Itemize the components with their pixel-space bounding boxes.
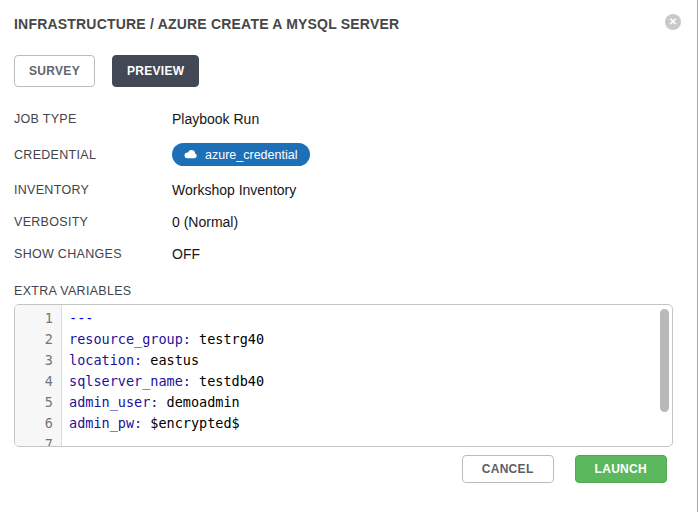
line-number: 6 [15,413,61,434]
code-line: admin_pw$encrypted$ [69,413,672,434]
detail-row-credential: CREDENTIAL azure_credential [14,143,697,166]
detail-row-job-type: JOB TYPE Playbook Run [14,111,697,127]
line-number: 4 [15,371,61,392]
code-line: --- [69,308,672,329]
job-type-label: JOB TYPE [14,112,172,126]
code-line: sqlserver_nametestdb40 [69,371,672,392]
code-line: resource_grouptestrg40 [69,329,672,350]
modal-title: INFRASTRUCTURE / AZURE CREATE A MYSQL SE… [14,14,399,32]
code-line: admin_userdemoadmin [69,392,672,413]
yaml-key: admin_user [69,394,167,410]
yaml-value: testrg40 [199,331,264,347]
line-number: 5 [15,392,61,413]
detail-row-verbosity: VERBOSITY 0 (Normal) [14,214,697,230]
editor-scrollbar-thumb[interactable] [660,309,669,412]
verbosity-label: VERBOSITY [14,215,172,229]
launch-preview-modal: INFRASTRUCTURE / AZURE CREATE A MYSQL SE… [0,0,697,512]
yaml-value: $encrypted$ [150,415,239,431]
launch-button[interactable]: LAUNCH [575,455,667,483]
show-changes-label: SHOW CHANGES [14,247,172,261]
tab-bar: SURVEY PREVIEW [14,55,697,87]
job-type-value: Playbook Run [172,111,259,127]
yaml-doc-separator: --- [69,310,93,326]
credential-badge[interactable]: azure_credential [172,143,310,166]
code-scroll-area: 1 2 3 4 5 6 7 --- resource_grouptestrg40… [15,305,672,446]
extra-variables-editor[interactable]: 1 2 3 4 5 6 7 --- resource_grouptestrg40… [14,304,673,447]
extra-variables-label: EXTRA VARIABLES [14,284,697,298]
line-number: 1 [15,308,61,329]
credential-label: CREDENTIAL [14,148,172,162]
yaml-key: resource_group [69,331,199,347]
yaml-value: demoadmin [167,394,240,410]
cloud-icon [183,149,198,160]
line-number: 3 [15,350,61,371]
inventory-label: INVENTORY [14,183,172,197]
line-number: 2 [15,329,61,350]
verbosity-value: 0 (Normal) [172,214,238,230]
yaml-key: location [69,352,150,368]
modal-header: INFRASTRUCTURE / AZURE CREATE A MYSQL SE… [0,0,697,32]
cancel-button[interactable]: CANCEL [462,455,554,483]
job-details: JOB TYPE Playbook Run CREDENTIAL azure_c… [14,111,697,262]
yaml-key: sqlserver_name [69,373,199,389]
detail-row-show-changes: SHOW CHANGES OFF [14,246,697,262]
yaml-value: eastus [150,352,199,368]
credential-value: azure_credential [172,143,310,166]
show-changes-value: OFF [172,246,200,262]
line-number-gutter: 1 2 3 4 5 6 7 [15,305,62,446]
credential-badge-label: azure_credential [205,148,297,162]
close-icon[interactable]: ✕ [665,14,681,30]
yaml-value: testdb40 [199,373,264,389]
modal-footer: CANCEL LAUNCH [462,455,667,483]
code-line [69,434,672,446]
line-number: 7 [15,434,61,446]
detail-row-inventory: INVENTORY Workshop Inventory [14,182,697,198]
yaml-key: admin_pw [69,415,150,431]
tab-survey[interactable]: SURVEY [14,55,95,87]
inventory-value: Workshop Inventory [172,182,296,198]
code-content[interactable]: --- resource_grouptestrg40 locationeastu… [62,305,672,446]
code-line: locationeastus [69,350,672,371]
tab-preview[interactable]: PREVIEW [112,55,199,87]
